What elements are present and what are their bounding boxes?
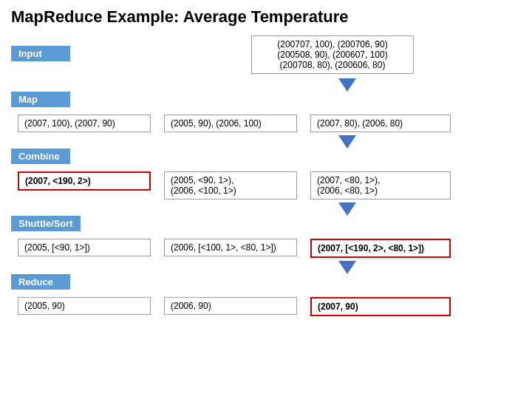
map-col3: (2007, 80), (2006, 80) [310, 115, 451, 132]
combine-col1: (2007, <190, 2>) [18, 171, 151, 191]
shuttle-label: Shuttle/Sort [11, 216, 81, 231]
arrow-shuttle-reduce [174, 261, 521, 274]
input-section: Input (200707, 100), (200706, 90) (20050… [11, 34, 521, 77]
reduce-label: Reduce [11, 274, 70, 290]
input-label: Input [11, 46, 70, 61]
page-title: MapReduce Example: Average Temperature [11, 7, 521, 27]
reduce-col3: (2007, 90) [310, 297, 451, 316]
shuttle-col3: (2007, [<190, 2>, <80, 1>]) [310, 239, 451, 258]
combine-col3: (2007, <80, 1>), (2006, <80, 1>) [310, 171, 451, 200]
reduce-col2: (2006, 90) [164, 297, 297, 315]
map-col2: (2005, 90), (2006, 100) [164, 115, 297, 132]
map-col1: (2007, 100), (2007, 90) [18, 115, 151, 132]
arrow-combine-shuttle [174, 202, 521, 216]
arrow-map-combine [174, 135, 521, 149]
diagram: Input (200707, 100), (200706, 90) (20050… [11, 34, 521, 319]
shuttle-section: Shuttle/Sort (2005, [<90, 1>]) (2006, [<… [11, 216, 521, 259]
map-label: Map [11, 92, 70, 107]
shuttle-col2: (2006, [<100, 1>, <80, 1>]) [164, 239, 297, 256]
map-section: Map (2007, 100), (2007, 90) (2005, 90), … [11, 92, 521, 134]
reduce-section: Reduce (2005, 90) (2006, 90) (2007, 90) [11, 274, 521, 318]
combine-label: Combine [11, 149, 70, 164]
input-data: (200707, 100), (200706, 90) (200508, 90)… [251, 35, 414, 74]
shuttle-col1: (2005, [<90, 1>]) [18, 239, 151, 256]
combine-section: Combine (2007, <190, 2>) (2005, <90, 1>)… [11, 149, 521, 201]
combine-col2: (2005, <90, 1>), (2006, <100, 1>) [164, 171, 297, 200]
arrow-input-map [174, 78, 521, 92]
reduce-col1: (2005, 90) [18, 297, 151, 315]
